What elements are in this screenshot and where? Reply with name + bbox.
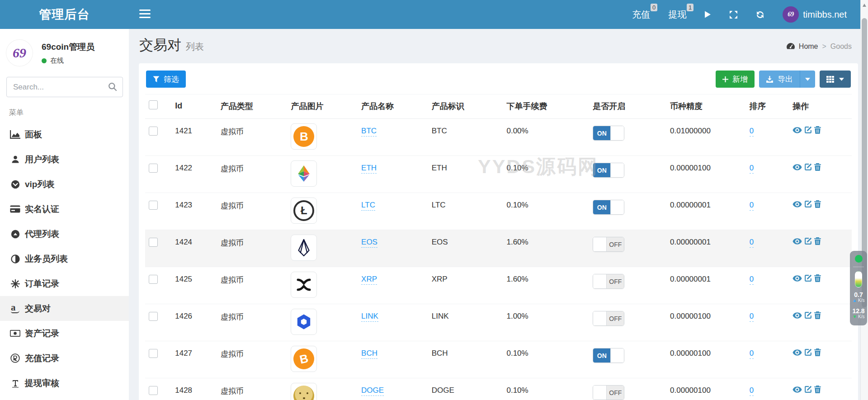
cell-symbol: BTC (428, 119, 503, 156)
row-actions (793, 311, 821, 319)
row-checkbox[interactable] (149, 349, 158, 358)
row-checkbox[interactable] (149, 164, 158, 173)
sidebar-item-trade-pairs[interactable]: a交易对 (0, 296, 129, 321)
search-icon[interactable] (108, 82, 117, 93)
delete-icon[interactable] (814, 311, 821, 319)
sidebar-item-salesmen[interactable]: 业务员列表 (0, 246, 129, 271)
brand-title[interactable]: 管理后台 (0, 6, 129, 23)
recharge-nav-item[interactable]: 充值 0 (632, 9, 650, 21)
edit-icon[interactable] (804, 200, 812, 208)
view-icon[interactable] (793, 201, 802, 207)
breadcrumb-home[interactable]: Home (799, 42, 818, 51)
sidebar-item-withdraw-audit[interactable]: 提现审核 (0, 371, 129, 395)
view-icon[interactable] (793, 164, 802, 170)
delete-icon[interactable] (814, 386, 821, 393)
filter-button[interactable]: 筛选 (146, 71, 186, 88)
edit-icon[interactable] (804, 237, 812, 245)
sidebar-item-recharge-log[interactable]: 充值记录 (0, 346, 129, 371)
view-icon[interactable] (793, 312, 802, 319)
enable-toggle[interactable]: ON (593, 200, 624, 215)
edit-icon[interactable] (804, 163, 812, 171)
enable-toggle[interactable]: OFF (593, 385, 624, 400)
row-checkbox[interactable] (149, 238, 158, 247)
sort-link[interactable]: 0 (750, 386, 754, 396)
export-button[interactable]: 导出 (759, 71, 800, 88)
sort-link[interactable]: 0 (750, 127, 754, 136)
fullscreen-icon[interactable] (729, 10, 738, 19)
link-coin-icon (295, 313, 313, 331)
sort-link[interactable]: 0 (750, 275, 754, 285)
row-checkbox[interactable] (149, 127, 158, 136)
cell-precision: 0.00000001 (666, 230, 746, 267)
delete-icon[interactable] (814, 237, 821, 245)
product-name-link[interactable]: ETH (361, 164, 377, 174)
dashboard-icon (787, 43, 795, 50)
search-input[interactable] (6, 77, 123, 97)
add-button[interactable]: 新增 (716, 71, 755, 88)
sort-link[interactable]: 0 (750, 164, 754, 174)
view-icon[interactable] (793, 386, 802, 393)
sort-link[interactable]: 0 (750, 312, 754, 322)
row-checkbox[interactable] (149, 275, 158, 284)
toggle-knob (610, 163, 624, 177)
product-name-link[interactable]: LINK (361, 312, 378, 322)
enable-toggle[interactable]: OFF (593, 274, 624, 289)
product-name-link[interactable]: BCH (361, 349, 377, 359)
view-icon[interactable] (793, 275, 802, 282)
product-name-link[interactable]: DOGE (361, 386, 384, 396)
delete-icon[interactable] (814, 348, 821, 356)
row-checkbox[interactable] (149, 386, 158, 395)
view-icon[interactable] (793, 238, 802, 245)
export-caret-button[interactable] (800, 71, 815, 88)
plus-icon (722, 76, 728, 82)
sort-link[interactable]: 0 (750, 201, 754, 211)
sidebar-item-agents[interactable]: 代理列表 (0, 221, 129, 246)
vertical-scrollbar[interactable] (860, 0, 868, 400)
cell-fee: 0.00% (503, 119, 589, 156)
edit-icon[interactable] (804, 311, 812, 319)
cell-type: 虚拟币 (217, 267, 288, 304)
enable-toggle[interactable]: OFF (593, 311, 624, 326)
delete-icon[interactable] (814, 200, 821, 208)
scrollbar-up-arrow-icon[interactable] (863, 4, 866, 7)
row-checkbox[interactable] (149, 201, 158, 210)
product-image (291, 309, 317, 335)
cell-type: 虚拟币 (217, 230, 288, 267)
product-name-link[interactable]: BTC (361, 127, 377, 136)
delete-icon[interactable] (814, 163, 821, 171)
network-speed-widget[interactable]: 0.7 ▲ K/s 12.8 ▼ K/s (850, 251, 867, 325)
sidebar-item-assets[interactable]: 资产记录 (0, 321, 129, 346)
sort-link[interactable]: 0 (750, 349, 754, 359)
withdraw-nav-item[interactable]: 提现 1 (668, 9, 686, 21)
row-checkbox[interactable] (149, 312, 158, 321)
columns-button[interactable] (820, 71, 851, 88)
sidebar-item-panel[interactable]: 面板 (0, 122, 129, 147)
sidebar-item-realname[interactable]: 实名认证 (0, 197, 129, 221)
user-status: 在线 (42, 56, 94, 65)
edit-icon[interactable] (804, 126, 812, 134)
enable-toggle[interactable]: ON (593, 348, 624, 363)
product-name-link[interactable]: LTC (361, 201, 375, 211)
sidebar-item-users[interactable]: 用户列表 (0, 147, 129, 172)
edit-icon[interactable] (804, 348, 812, 356)
site-logo-link[interactable]: 69 timibbs.net (783, 6, 847, 23)
product-name-link[interactable]: XRP (361, 275, 377, 285)
enable-toggle[interactable]: ON (593, 163, 624, 178)
enable-toggle[interactable]: ON (593, 126, 624, 141)
select-all-checkbox[interactable] (149, 100, 158, 109)
edit-icon[interactable] (804, 274, 812, 282)
snowflake-icon (9, 279, 21, 288)
enable-toggle[interactable]: OFF (593, 237, 624, 252)
view-icon[interactable] (793, 127, 802, 133)
sidebar-item-vip[interactable]: vip列表 (0, 172, 129, 197)
delete-icon[interactable] (814, 126, 821, 134)
sidebar-toggle-button[interactable] (129, 9, 151, 20)
edit-icon[interactable] (804, 386, 812, 393)
view-icon[interactable] (793, 349, 802, 356)
sidebar-item-orders[interactable]: 订单记录 (0, 271, 129, 296)
refresh-icon[interactable] (756, 10, 764, 19)
play-icon[interactable] (704, 10, 711, 19)
sort-link[interactable]: 0 (750, 238, 754, 248)
delete-icon[interactable] (814, 274, 821, 282)
product-name-link[interactable]: EOS (361, 238, 377, 248)
